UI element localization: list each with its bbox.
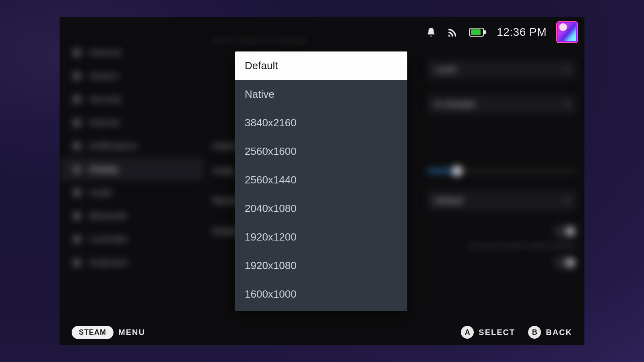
resolution-dropdown[interactable]: Default▾ [427,191,576,211]
chevron-down-icon: ▾ [565,64,569,75]
steam-button[interactable]: STEAM [72,326,114,339]
sidebar-item-display[interactable]: Display [60,158,204,181]
select-label: SELECT [479,328,515,337]
sidebar-item-label: Display [89,164,118,175]
battery-icon [469,28,486,37]
menu-label: MENU [118,328,145,337]
sidebar-item-label: Bluetooth [89,211,127,221]
sidebar-item-general[interactable]: General [60,41,204,64]
footer-bar: STEAM MENU A SELECT B BACK [60,319,584,345]
sidebar-item-label: Controller [89,234,128,245]
sidebar-item-internet[interactable]: Internet [60,111,204,134]
bell-icon[interactable] [426,27,436,38]
settings-sidebar: General System Security Internet Notific… [60,41,204,274]
sidebar-item-controller[interactable]: Controller [60,228,204,251]
b-button-icon[interactable]: B [528,326,541,339]
popup-option-1920x1080[interactable]: 1920x1080 [235,251,407,280]
sidebar-item-label: Internet [89,117,120,128]
status-bar: 12:36 PM [426,22,577,43]
popup-option-1600x1000[interactable]: 1600x1000 [235,280,407,309]
avatar[interactable] [557,22,577,42]
dropdown[interactable]: Level▾ [427,60,576,80]
scale-slider[interactable] [427,170,576,172]
popup-option-3840x2160[interactable]: 3840x2160 [235,109,407,137]
toggle[interactable] [554,257,576,269]
sidebar-item-system[interactable]: System [60,64,204,88]
sidebar-item-notifications[interactable]: Notifications [60,134,204,158]
sidebar-item-label: Security [89,94,121,105]
a-button-icon[interactable]: A [461,326,474,339]
sidebar-item-label: Keyboard [89,257,127,268]
chevron-down-icon: ▾ [565,195,569,206]
row-label: Scale [213,166,235,176]
svg-rect-2 [484,30,486,34]
sidebar-item-bluetooth[interactable]: Bluetooth [60,204,204,228]
back-label: BACK [546,328,572,337]
sidebar-item-audio[interactable]: Audio [60,181,204,204]
popup-option-native[interactable]: Native [235,80,407,109]
svg-rect-1 [471,29,481,35]
popup-option-2560x1600[interactable]: 2560x1600 [235,137,407,166]
wifi-icon[interactable] [447,27,459,37]
steam-settings-window: 12:36 PM General System Security Interne… [60,17,584,345]
dropdown[interactable]: In minutes▾ [427,94,576,114]
chevron-down-icon: ▾ [565,99,569,109]
popup-option-2560x1440[interactable]: 2560x1440 [235,166,407,194]
sidebar-item-label: Audio [89,187,112,198]
popup-option-default[interactable]: Default [235,51,407,80]
sidebar-item-label: System [89,71,119,81]
clock: 12:36 PM [497,26,547,39]
popup-option-2040x1080[interactable]: 2040x1080 [235,194,407,223]
sidebar-item-label: Notifications [89,141,138,151]
sidebar-item-security[interactable]: Security [60,88,204,111]
toggle[interactable] [554,225,576,237]
slider-thumb[interactable] [452,166,462,176]
sidebar-item-label: General [89,47,121,58]
popup-option-1920x1200[interactable]: 1920x1200 [235,223,407,251]
sidebar-item-keyboard[interactable]: Keyboard [60,251,204,274]
resolution-popup: Default Native 3840x2160 2560x1600 2560x… [235,51,407,311]
